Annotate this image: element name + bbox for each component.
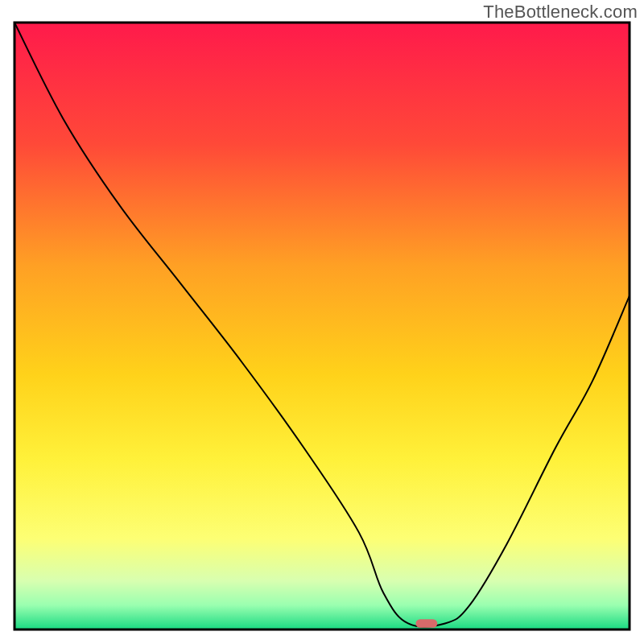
bottleneck-chart xyxy=(0,0,644,644)
chart-container: TheBottleneck.com xyxy=(0,0,644,644)
watermark-text: TheBottleneck.com xyxy=(483,2,638,23)
heatmap-background xyxy=(14,23,630,630)
optimal-marker xyxy=(416,619,438,628)
